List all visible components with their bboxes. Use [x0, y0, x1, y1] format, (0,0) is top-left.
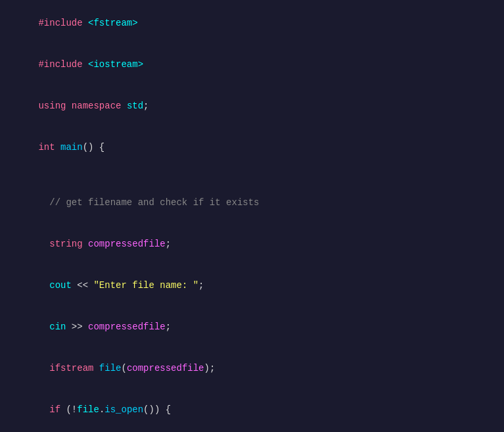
code-line-6: // get filename and check if it exists	[0, 182, 504, 224]
keyword-using: using	[38, 101, 66, 111]
preprocessor-include1: #include	[38, 18, 82, 28]
code-line-3: using namespace std;	[0, 85, 504, 127]
code-line-11: if (!file.is_open()) {	[0, 389, 504, 431]
code-line-7: string compressedfile;	[0, 224, 504, 265]
code-line-1: #include <fstream>	[0, 3, 504, 44]
code-line-8: cout << "Enter file name: ";	[0, 265, 504, 306]
preprocessor-include2: #include	[38, 59, 82, 70]
code-editor: #include <fstream> #include <iostream> u…	[0, 0, 504, 432]
code-line-2: #include <iostream>	[0, 44, 504, 85]
code-line-4: int main() {	[0, 127, 504, 168]
code-line-9: cin >> compressedfile;	[0, 306, 504, 348]
code-line-10: ifstream file(compressedfile);	[0, 348, 504, 389]
code-line-5	[0, 168, 504, 182]
